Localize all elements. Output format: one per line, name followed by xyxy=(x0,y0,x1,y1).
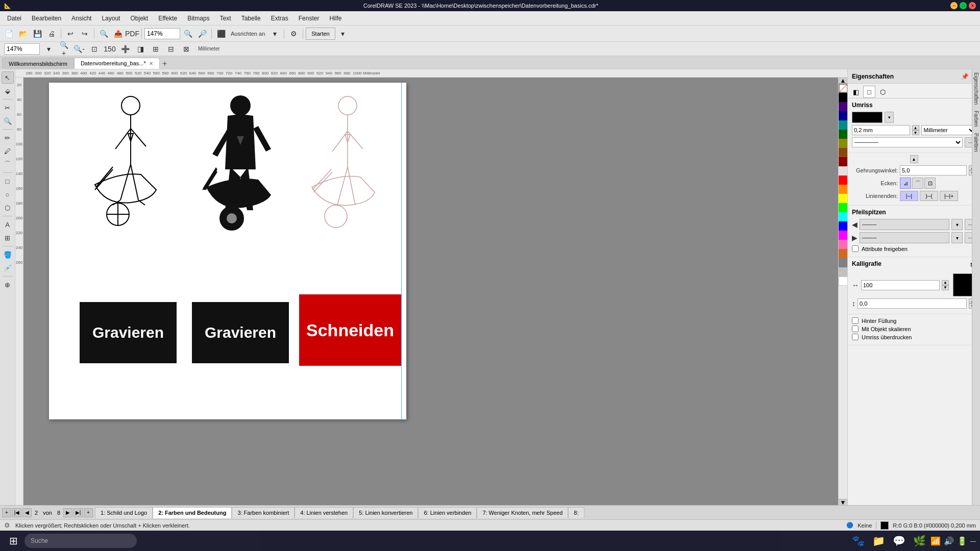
arrow-end-selector[interactable]: ──── xyxy=(860,232,949,243)
rp-tab-fill[interactable]: ◧ xyxy=(850,86,862,98)
palette-darkgreen[interactable] xyxy=(839,130,847,139)
save-button[interactable]: 💾 xyxy=(31,27,44,40)
palette-orange[interactable] xyxy=(839,185,847,194)
umriss-ueberdrucken-checkbox[interactable] xyxy=(852,334,859,340)
edge-farben[interactable]: Farben xyxy=(973,108,979,130)
menu-datei[interactable]: Datei xyxy=(2,13,27,24)
zoom-dropdown-2[interactable]: ▾ xyxy=(42,42,55,56)
guidelines[interactable]: ⊠ xyxy=(180,42,193,56)
menu-tabelle[interactable]: Tabelle xyxy=(236,13,266,24)
mit-objekt-checkbox[interactable] xyxy=(852,325,859,332)
view-button[interactable]: 🔍 xyxy=(97,27,110,40)
prev-page-first[interactable]: |◀ xyxy=(12,508,21,517)
menu-bitmaps[interactable]: Bitmaps xyxy=(182,13,214,24)
next-page[interactable]: ▶ xyxy=(63,508,72,517)
arrow-start-dropdown[interactable]: ▾ xyxy=(951,219,963,230)
taskbar-network[interactable]: 📶 xyxy=(930,536,941,546)
corner-bevel[interactable]: ⊡ xyxy=(924,178,936,189)
prev-page[interactable]: ◀ xyxy=(22,508,32,517)
print-button[interactable]: 🖨 xyxy=(45,27,58,40)
snap-options[interactable]: ⊟ xyxy=(164,42,178,56)
worker1-figure[interactable] xyxy=(80,88,172,251)
line-end-flat[interactable]: |─| xyxy=(900,191,918,201)
taskbar-search[interactable] xyxy=(24,534,137,548)
palette-darkblue[interactable] xyxy=(839,111,847,120)
tab-welcome[interactable]: Willkommensbildschirm xyxy=(2,58,74,69)
polygon-tool[interactable]: ⬡ xyxy=(2,202,14,214)
zoom-input[interactable]: 147% xyxy=(144,28,180,39)
menu-fenster[interactable]: Fenster xyxy=(293,13,325,24)
page-8-tab[interactable]: 8: xyxy=(568,507,584,518)
palette-hotpink[interactable] xyxy=(839,240,847,249)
arrow-end-dropdown[interactable]: ▾ xyxy=(951,232,963,243)
line-end-square[interactable]: |─|+ xyxy=(940,191,958,201)
menu-extras[interactable]: Extras xyxy=(266,13,293,24)
page-1-tab[interactable]: 1: Schild und Logo xyxy=(95,507,153,518)
text-tool[interactable]: A xyxy=(2,218,14,231)
label-box-gravieren-1[interactable]: Gravieren xyxy=(80,302,177,363)
eyedropper-tool[interactable]: 💉 xyxy=(2,262,14,274)
start-button[interactable]: ⊞ xyxy=(4,532,22,550)
umriss-unit-select[interactable]: Millimeter Pixel Punkt xyxy=(921,125,976,135)
snap-dropdown[interactable]: ▾ xyxy=(268,27,281,40)
palette-lightgray[interactable] xyxy=(839,166,847,176)
grid-view[interactable]: ⊞ xyxy=(149,42,162,56)
edge-paletten[interactable]: Paletten xyxy=(973,130,979,155)
select-tool[interactable]: ↖ xyxy=(2,71,14,84)
kalli-down-1[interactable]: ▼ xyxy=(942,285,949,290)
redo-button[interactable]: ↪ xyxy=(78,27,91,40)
page-3-tab[interactable]: 3: Farben kombiniert xyxy=(232,507,295,518)
page-2-tab[interactable]: 2: Farben und Bedeutung xyxy=(153,507,232,518)
arrow-start-selector[interactable]: ──── xyxy=(860,219,949,230)
umriss-color-dropdown[interactable]: ▾ xyxy=(885,112,894,123)
taskbar-files[interactable]: 📁 xyxy=(869,532,888,550)
palette-blue[interactable] xyxy=(839,221,847,231)
label-box-schneiden[interactable]: Schneiden xyxy=(299,294,401,366)
hinter-fuellung-checkbox[interactable] xyxy=(852,317,859,324)
umriss-width-up[interactable]: ▲ xyxy=(912,125,919,130)
new-button[interactable]: 📄 xyxy=(2,27,15,40)
worker3-figure[interactable] xyxy=(299,88,391,251)
label-box-gravieren-2[interactable]: Gravieren xyxy=(192,302,289,363)
expand-button[interactable]: ▲ xyxy=(910,155,918,163)
ellipse-tool[interactable]: ○ xyxy=(2,188,14,201)
special-view[interactable]: ◨ xyxy=(134,42,147,56)
node-tool[interactable]: ⬙ xyxy=(2,85,14,97)
umriss-width-down[interactable]: ▼ xyxy=(912,130,919,135)
palette-scroll-up[interactable]: ▲ xyxy=(839,78,847,84)
table-tool[interactable]: ⊞ xyxy=(2,232,14,244)
palette-white[interactable] xyxy=(839,277,847,286)
starten-dropdown[interactable]: ▾ xyxy=(336,27,350,40)
open-button[interactable]: 📂 xyxy=(16,27,30,40)
palette-gray[interactable] xyxy=(839,258,847,267)
palette-lime[interactable] xyxy=(839,203,847,212)
menu-objekt[interactable]: Objekt xyxy=(125,13,153,24)
properties-pin[interactable]: 📌 xyxy=(961,73,969,80)
page-5-tab[interactable]: 5: Linien konvertieren xyxy=(353,507,418,518)
page-7-tab[interactable]: 7: Weniger Knoten, mehr Speed xyxy=(477,507,568,518)
rect-tool[interactable]: □ xyxy=(2,175,14,187)
zoom-in-button[interactable]: 🔍 xyxy=(181,27,194,40)
corner-miter[interactable]: ⊿ xyxy=(900,178,911,189)
menu-layout[interactable]: Layout xyxy=(96,13,125,24)
zoom-out-button[interactable]: 🔎 xyxy=(195,27,209,40)
bezier-tool[interactable]: ⌒ xyxy=(2,158,14,170)
taskbar-app[interactable]: 🌿 xyxy=(910,532,928,550)
page-4-tab[interactable]: 4: Linien verstehen xyxy=(295,507,353,518)
palette-yellow[interactable] xyxy=(839,194,847,203)
palette-darkred[interactable] xyxy=(839,157,847,166)
fill-tool[interactable]: 🪣 xyxy=(2,248,14,261)
align-button[interactable]: ⬛ xyxy=(214,27,228,40)
taskbar-teams[interactable]: 💬 xyxy=(890,532,908,550)
page-6-tab[interactable]: 6: Linien verbinden xyxy=(418,507,477,518)
palette-red[interactable] xyxy=(839,176,847,185)
close-button[interactable]: ✕ xyxy=(969,2,976,9)
palette-magenta[interactable] xyxy=(839,231,847,240)
zoom-fit[interactable]: ⊡ xyxy=(88,42,101,56)
worker2-figure[interactable] xyxy=(192,88,284,251)
palette-transparent[interactable] xyxy=(839,84,847,93)
kalli-up-1[interactable]: ▲ xyxy=(942,280,949,285)
attribute-freigeben-checkbox[interactable] xyxy=(852,245,859,252)
drawing-canvas[interactable]: Gravieren Gravieren Schneiden xyxy=(23,78,838,505)
undo-button[interactable]: ↩ xyxy=(64,27,77,40)
